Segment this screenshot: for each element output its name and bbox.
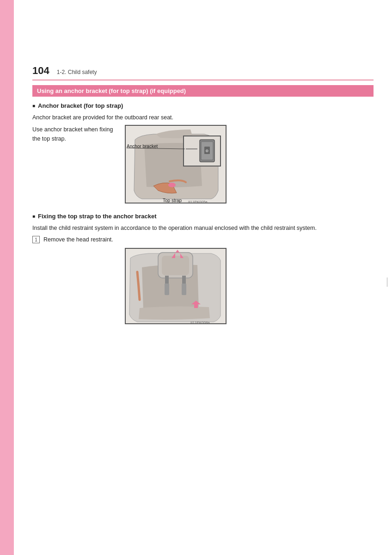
subsection2-text1: Install the child restraint system in ac… — [32, 223, 374, 233]
subsection2-title: Fixing the top strap to the anchor brack… — [32, 213, 374, 220]
step-num-1: 1 — [32, 236, 40, 243]
svg-rect-19 — [182, 284, 186, 295]
svg-rect-14 — [162, 256, 189, 275]
text-block-1: Use anchor bracket when fixing the top s… — [32, 125, 125, 146]
step-1: 1 Remove the head restraint. — [32, 235, 374, 244]
page-subtitle: 1-2. Child safety — [57, 69, 97, 75]
step1-text: Remove the head restraint. — [43, 235, 113, 244]
diagram-head-restraint: II11PK008a — [125, 248, 227, 324]
svg-rect-18 — [165, 284, 169, 295]
page-number: 104 — [32, 65, 49, 77]
page-edge — [387, 278, 387, 287]
svg-text:Top strap: Top strap — [163, 198, 182, 203]
svg-text:II11PK008a: II11PK008a — [190, 321, 210, 324]
svg-text:II11PK005a: II11PK005a — [188, 200, 208, 204]
diagram-anchor-bracket: ⊕ Anchor bracket Top strap II11P — [125, 125, 227, 204]
illus-section-2: II11PK008a — [32, 248, 374, 324]
subsection1-text2: Use anchor bracket when fixing the top s… — [32, 125, 120, 143]
svg-point-9 — [168, 183, 176, 187]
section-header: Using an anchor bracket (for top strap) … — [32, 85, 374, 97]
main-content: 104 1-2. Child safety Using an anchor br… — [14, 0, 392, 555]
illus-section-1: Use anchor bracket when fixing the top s… — [32, 125, 374, 204]
subsection1-text1: Anchor bracket are provided for the outb… — [32, 113, 374, 122]
svg-text:⊕: ⊕ — [205, 148, 209, 153]
subsection1-title: Anchor bracket (for top strap) — [32, 102, 374, 109]
diagram2-svg: II11PK008a — [126, 249, 227, 324]
diagram1-svg: ⊕ Anchor bracket Top strap II11P — [126, 126, 227, 204]
page-header: 104 1-2. Child safety — [32, 0, 374, 80]
sidebar — [0, 0, 14, 555]
